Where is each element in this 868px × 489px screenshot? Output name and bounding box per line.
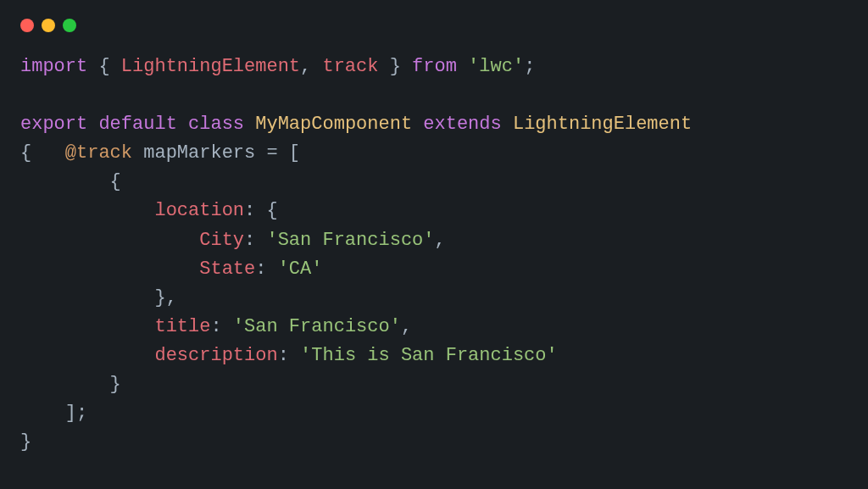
code-line: import { LightningElement, track } from … bbox=[20, 56, 535, 77]
window-close-dot[interactable] bbox=[20, 19, 34, 32]
code-line: location: { bbox=[20, 200, 278, 221]
space bbox=[457, 56, 468, 77]
keyword-from: from bbox=[412, 56, 457, 77]
semicolon: ; bbox=[524, 56, 535, 77]
string-literal: 'San Francisco' bbox=[266, 230, 434, 251]
brace: { bbox=[20, 171, 121, 192]
string-literal: 'lwc' bbox=[468, 56, 524, 77]
brace-close: } bbox=[20, 374, 121, 395]
brace-close: } bbox=[378, 56, 412, 77]
bracket-close: ]; bbox=[20, 403, 87, 424]
code-line: City: 'San Francisco', bbox=[20, 230, 446, 251]
brace-open: { bbox=[87, 56, 121, 77]
window-minimize-dot[interactable] bbox=[42, 19, 55, 32]
class-name: MyMapComponent bbox=[255, 114, 412, 135]
colon: : bbox=[210, 316, 232, 337]
keyword-class: class bbox=[188, 114, 244, 135]
code-line: }, bbox=[20, 287, 177, 308]
assignment: mapMarkers = [ bbox=[132, 142, 300, 164]
string-literal: 'San Francisco' bbox=[233, 316, 401, 337]
keyword-import: import bbox=[20, 56, 87, 77]
window-maximize-dot[interactable] bbox=[63, 19, 76, 32]
brace: { bbox=[20, 142, 65, 164]
comma: , bbox=[401, 316, 412, 337]
property: City bbox=[199, 230, 244, 251]
string-literal: 'This is San Francisco' bbox=[300, 345, 558, 366]
indent bbox=[20, 200, 154, 221]
colon: : bbox=[278, 345, 300, 366]
identifier: track bbox=[322, 56, 378, 77]
comma: , bbox=[435, 230, 446, 251]
space bbox=[177, 114, 188, 135]
property: location bbox=[154, 200, 244, 221]
code-editor[interactable]: import { LightningElement, track } from … bbox=[0, 41, 868, 457]
colon: : bbox=[255, 258, 277, 280]
code-line: description: 'This is San Francisco' bbox=[20, 345, 558, 366]
decorator: @track bbox=[65, 142, 132, 164]
keyword-default: default bbox=[98, 114, 176, 135]
code-line: { bbox=[20, 171, 121, 192]
property: description bbox=[154, 345, 277, 366]
space bbox=[502, 114, 513, 135]
code-line: title: 'San Francisco', bbox=[20, 316, 412, 337]
indent bbox=[20, 316, 154, 337]
indent bbox=[20, 345, 154, 366]
colon: : bbox=[244, 230, 266, 251]
brace-close: } bbox=[20, 431, 31, 453]
space bbox=[412, 114, 423, 135]
code-line: } bbox=[20, 431, 31, 453]
space bbox=[87, 114, 98, 135]
comma: , bbox=[300, 56, 322, 77]
property: title bbox=[154, 316, 210, 337]
keyword-extends: extends bbox=[423, 114, 501, 135]
property: State bbox=[199, 258, 255, 280]
colon-brace: : { bbox=[244, 200, 278, 221]
code-line: State: 'CA' bbox=[20, 258, 322, 280]
space bbox=[244, 114, 255, 135]
string-literal: 'CA' bbox=[278, 258, 323, 280]
indent bbox=[20, 258, 199, 280]
code-line: } bbox=[20, 374, 121, 395]
identifier: LightningElement bbox=[121, 56, 300, 77]
titlebar bbox=[0, 0, 868, 41]
code-line: ]; bbox=[20, 403, 87, 424]
code-line: export default class MyMapComponent exte… bbox=[20, 114, 692, 135]
code-window: import { LightningElement, track } from … bbox=[0, 0, 868, 489]
code-line: { @track mapMarkers = [ bbox=[20, 142, 300, 164]
class-name: LightningElement bbox=[513, 114, 692, 135]
keyword-export: export bbox=[20, 114, 87, 135]
brace-close: }, bbox=[20, 287, 177, 308]
indent bbox=[20, 230, 199, 251]
